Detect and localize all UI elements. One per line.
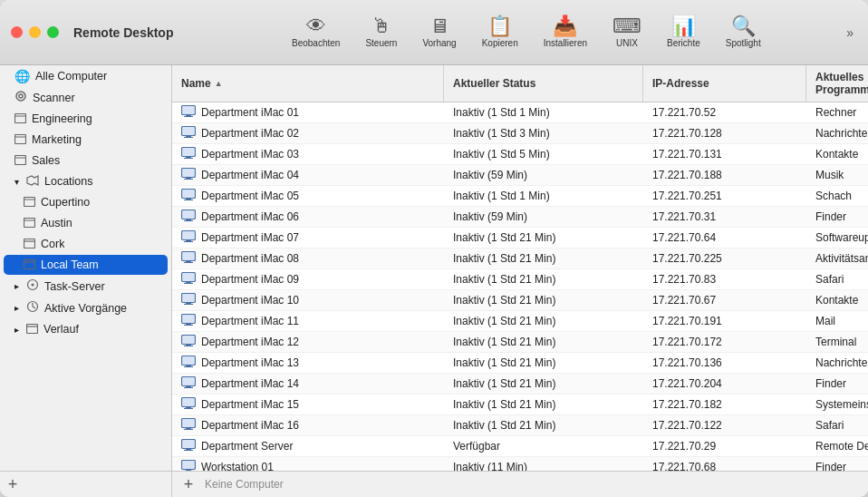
cell-name: Department iMac 10 [172, 290, 444, 310]
cell-name: Department iMac 16 [172, 415, 444, 435]
toolbar-item-kopieren[interactable]: 📋Kopieren [469, 13, 531, 52]
svg-rect-12 [24, 239, 35, 248]
alle-computer-label: Alle Computer [35, 70, 107, 83]
table-row[interactable]: Department iMac 02Inaktiv (1 Std 3 Min)1… [172, 123, 868, 144]
toolbar-item-installieren[interactable]: 📥Installieren [531, 13, 600, 52]
sales-icon [14, 153, 26, 168]
sidebar-item-local-team[interactable]: Local Team [4, 255, 168, 275]
toolbar-label-spotlight: Spotlight [726, 38, 761, 48]
cell-status: Inaktiv (1 Std 21 Min) [444, 395, 643, 414]
toolbar-item-spotlight[interactable]: 🔍Spotlight [713, 13, 774, 52]
minimize-button[interactable] [29, 26, 41, 38]
svg-rect-29 [182, 148, 196, 157]
cell-name: Department iMac 05 [172, 186, 444, 206]
sidebar-item-verlauf[interactable]: ▸Verlauf [4, 319, 168, 339]
sidebar-items: 🌐Alle ComputerScannerEngineeringMarketin… [0, 65, 171, 340]
table-row[interactable]: Workstation 01Inaktiv (11 Min)17.221.70.… [172, 457, 868, 471]
table-row[interactable]: Department iMac 15Inaktiv (1 Std 21 Min)… [172, 395, 868, 415]
task-server-arrow-icon: ▸ [14, 281, 19, 291]
toolbar-overflow-icon[interactable]: » [843, 22, 857, 44]
svg-rect-62 [182, 377, 196, 386]
computer-icon [181, 335, 196, 349]
computer-icon [181, 272, 196, 287]
sidebar-item-engineering[interactable]: Engineering [4, 109, 168, 129]
toolbar-label-installieren: Installieren [544, 38, 587, 48]
cell-name-text: Department iMac 06 [201, 210, 299, 223]
table-row[interactable]: Department iMac 06Inaktiv (59 Min)17.221… [172, 207, 868, 228]
marketing-label: Marketing [32, 133, 82, 146]
sidebar-add-button[interactable]: + [4, 475, 22, 493]
table-row[interactable]: Department iMac 13Inaktiv (1 Std 21 Min)… [172, 353, 868, 374]
content-add-button[interactable]: + [179, 475, 198, 493]
toolbar-item-berichte[interactable]: 📊Berichte [654, 13, 713, 52]
cell-program: Safari [806, 269, 868, 289]
cell-status: Inaktiv (1 Std 5 Min) [444, 144, 643, 164]
svg-rect-59 [182, 356, 196, 365]
table-row[interactable]: Department iMac 11Inaktiv (1 Std 21 Min)… [172, 311, 868, 332]
toolbar-item-unix[interactable]: ⌨UNIX [600, 13, 654, 52]
window-title: Remote Desktop [73, 25, 173, 40]
maximize-button[interactable] [47, 26, 59, 38]
svg-rect-71 [182, 440, 196, 449]
cell-status: Inaktiv (1 Std 21 Min) [444, 269, 643, 289]
sidebar-item-locations[interactable]: ▾Locations [4, 171, 168, 191]
sidebar-item-sales[interactable]: Sales [4, 151, 168, 171]
cell-name: Department iMac 04 [172, 165, 444, 185]
aktive-vorgaenge-label: Aktive Vorgänge [44, 302, 127, 315]
cell-ip: 17.221.70.172 [643, 332, 806, 352]
svg-point-1 [19, 94, 23, 98]
table-row[interactable]: Department iMac 10Inaktiv (1 Std 21 Min)… [172, 290, 868, 311]
table-row[interactable]: Department iMac 05Inaktiv (1 Std 1 Min)1… [172, 186, 868, 207]
toolbar-item-beobachten[interactable]: 👁Beobachten [279, 13, 352, 52]
th-name[interactable]: Name▲ [172, 65, 444, 102]
table-row[interactable]: Department iMac 16Inaktiv (1 Std 21 Min)… [172, 415, 868, 436]
computer-icon [181, 314, 196, 328]
sidebar-item-marketing[interactable]: Marketing [4, 130, 168, 150]
table-row[interactable]: Department iMac 04Inaktiv (59 Min)17.221… [172, 165, 868, 186]
sidebar-item-task-server[interactable]: ▸Task-Server [4, 276, 168, 297]
svg-rect-23 [182, 106, 196, 115]
cell-status: Inaktiv (1 Std 1 Min) [444, 186, 643, 206]
svg-rect-38 [182, 210, 196, 219]
table-row[interactable]: Department ServerVerfügbar17.221.70.29Re… [172, 436, 868, 457]
sidebar-item-aktive-vorgaenge[interactable]: ▸Aktive Vorgänge [4, 297, 168, 318]
cell-status: Inaktiv (1 Std 1 Min) [444, 102, 643, 122]
cell-status: Inaktiv (59 Min) [444, 165, 643, 185]
svg-rect-68 [182, 419, 196, 428]
cell-program: Terminal [806, 332, 868, 352]
table-row[interactable]: Department iMac 07Inaktiv (1 Std 21 Min)… [172, 228, 868, 248]
toolbar-item-vorhang[interactable]: 🖥Vorhang [410, 13, 468, 52]
computer-icon [181, 168, 196, 182]
cell-status: Inaktiv (1 Std 21 Min) [444, 290, 643, 310]
vorhang-icon: 🖥 [429, 16, 449, 36]
cell-name: Department iMac 07 [172, 228, 444, 248]
svg-line-20 [33, 307, 35, 308]
cell-program: Safari [806, 415, 868, 435]
sidebar-item-alle-computer[interactable]: 🌐Alle Computer [4, 66, 168, 86]
table-row[interactable]: Department iMac 09Inaktiv (1 Std 21 Min)… [172, 269, 868, 290]
cell-ip: 17.221.70.83 [643, 269, 806, 289]
cell-ip: 17.221.70.131 [643, 144, 806, 164]
cell-program: Systemeinstellung [806, 395, 868, 414]
sidebar-item-cupertino[interactable]: Cupertino [4, 192, 168, 212]
table-row[interactable]: Department iMac 03Inaktiv (1 Std 5 Min)1… [172, 144, 868, 165]
cell-status: Inaktiv (1 Std 21 Min) [444, 353, 643, 373]
table-row[interactable]: Department iMac 08Inaktiv (1 Std 21 Min)… [172, 248, 868, 269]
aktive-vorgaenge-arrow-icon: ▸ [14, 303, 19, 313]
cell-status: Inaktiv (1 Std 21 Min) [444, 332, 643, 352]
sidebar-item-scanner[interactable]: Scanner [4, 87, 168, 108]
computer-icon [181, 105, 196, 120]
cell-name-text: Department iMac 12 [201, 336, 299, 348]
table-row[interactable]: Department iMac 12Inaktiv (1 Std 21 Min)… [172, 332, 868, 353]
toolbar-item-steuern[interactable]: 🖱Steuern [352, 13, 410, 52]
sidebar-item-cork[interactable]: Cork [4, 234, 168, 254]
svg-rect-50 [182, 294, 196, 303]
table-row[interactable]: Department iMac 01Inaktiv (1 Std 1 Min)1… [172, 102, 868, 123]
computer-icon [181, 460, 196, 471]
close-button[interactable] [11, 26, 23, 38]
table-row[interactable]: Department iMac 14Inaktiv (1 Std 21 Min)… [172, 374, 868, 395]
svg-rect-53 [182, 315, 196, 324]
svg-point-17 [32, 284, 34, 287]
cell-program: Musik [806, 165, 868, 185]
sidebar-item-austin[interactable]: Austin [4, 213, 168, 233]
